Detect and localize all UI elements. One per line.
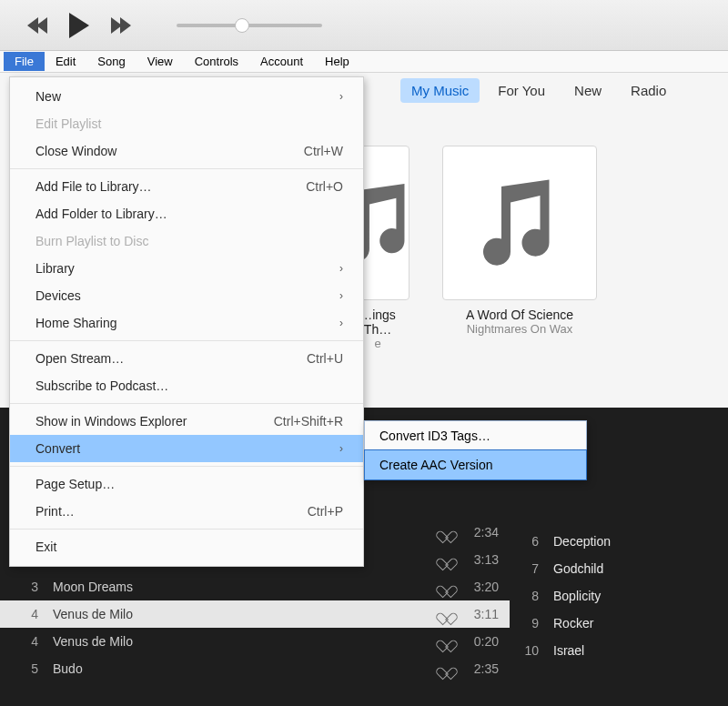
track-row[interactable]: 3Moon Dreams3:20	[0, 573, 510, 600]
track-title: Boplicity	[553, 589, 601, 603]
track-title: Venus de Milo	[53, 607, 424, 621]
menu-item-help[interactable]: Help	[314, 52, 360, 71]
track-index: 7	[519, 561, 539, 576]
file-menu-open-stream[interactable]: Open Stream…Ctrl+U	[10, 345, 363, 372]
heart-icon[interactable]	[439, 552, 455, 567]
progress-slider[interactable]	[177, 24, 322, 27]
track-duration: 0:20	[470, 634, 510, 649]
track-index: 8	[519, 589, 539, 603]
track-index: 4	[24, 607, 38, 621]
file-dropdown-menu: New›Edit PlaylistClose WindowCtrl+WAdd F…	[9, 76, 364, 567]
track-index: 10	[519, 643, 539, 658]
track-index: 4	[24, 634, 38, 649]
nav-tab-my-music[interactable]: My Music	[400, 78, 480, 103]
file-menu-add-folder-to-library[interactable]: Add Folder to Library…	[10, 200, 363, 227]
album-card[interactable]: A Word Of Science Nightmares On Wax	[442, 146, 597, 350]
track-title: Budo	[53, 661, 424, 676]
heart-icon[interactable]	[439, 525, 455, 540]
file-menu-library[interactable]: Library›	[10, 255, 363, 282]
album-artist: Nightmares On Wax	[442, 322, 597, 336]
nav-tab-for-you[interactable]: For You	[487, 78, 556, 103]
track-title: Rocker	[553, 616, 593, 630]
player-controls	[27, 13, 131, 38]
track-row[interactable]: 6Deception	[519, 528, 728, 555]
track-index: 9	[519, 616, 539, 630]
file-menu-close-window[interactable]: Close WindowCtrl+W	[10, 137, 363, 165]
track-row[interactable]: 9Rocker	[519, 610, 728, 637]
track-row[interactable]: 7Godchild	[519, 555, 728, 582]
track-row[interactable]: 5Budo2:35	[0, 655, 510, 682]
file-menu-subscribe-to-podcast[interactable]: Subscribe to Podcast…	[10, 372, 363, 399]
file-menu-convert[interactable]: Convert›	[10, 435, 363, 462]
track-index: 6	[519, 534, 539, 549]
file-menu-add-file-to-library[interactable]: Add File to Library…Ctrl+O	[10, 173, 363, 200]
album-art-icon	[442, 146, 597, 300]
menu-item-file[interactable]: File	[4, 52, 45, 71]
chevron-right-icon: ›	[339, 90, 343, 103]
nav-tabs: My MusicFor YouNewRadio	[400, 78, 677, 103]
menu-item-view[interactable]: View	[136, 52, 184, 71]
file-menu-edit-playlist: Edit Playlist	[10, 110, 363, 137]
track-duration: 3:13	[470, 552, 510, 567]
nav-tab-radio[interactable]: Radio	[620, 78, 677, 103]
album-row: …ings Th… e A Word Of Science Nightmares…	[346, 146, 597, 350]
track-title: Moon Dreams	[53, 580, 424, 594]
menu-item-account[interactable]: Account	[249, 52, 314, 71]
chevron-right-icon: ›	[339, 317, 343, 329]
forward-button[interactable]	[113, 17, 131, 34]
track-duration: 2:34	[470, 525, 510, 540]
menu-item-song[interactable]: Song	[86, 52, 136, 71]
player-bar	[0, 0, 728, 51]
track-title: Venus de Milo	[53, 634, 424, 649]
track-title: Deception	[553, 534, 611, 549]
chevron-right-icon: ›	[339, 262, 343, 275]
file-menu-page-setup[interactable]: Page Setup…	[10, 470, 363, 498]
track-row[interactable]: 8Boplicity	[519, 582, 728, 610]
track-row[interactable]: 4Venus de Milo3:11	[0, 600, 510, 628]
menu-bar: FileEditSongViewControlsAccountHelp	[0, 51, 728, 73]
chevron-right-icon: ›	[339, 442, 343, 455]
menu-item-edit[interactable]: Edit	[45, 52, 86, 71]
file-menu-burn-playlist-to-disc: Burn Playlist to Disc	[10, 227, 363, 255]
file-menu-new[interactable]: New›	[10, 83, 363, 110]
file-menu-show-in-windows-explorer[interactable]: Show in Windows ExplorerCtrl+Shift+R	[10, 408, 363, 435]
track-duration: 3:20	[470, 580, 510, 594]
track-duration: 3:11	[470, 607, 510, 621]
track-title: Israel	[553, 643, 584, 658]
file-menu-print[interactable]: Print…Ctrl+P	[10, 498, 363, 525]
heart-icon[interactable]	[439, 661, 455, 676]
nav-tab-new[interactable]: New	[563, 78, 612, 103]
play-button[interactable]	[69, 13, 89, 38]
track-row[interactable]: 10Israel	[519, 637, 728, 664]
file-menu-home-sharing[interactable]: Home Sharing›	[10, 309, 363, 337]
menu-item-controls[interactable]: Controls	[184, 52, 249, 71]
track-title: Godchild	[553, 561, 603, 576]
track-duration: 2:35	[470, 661, 510, 676]
submenu-convert-id-tags[interactable]: Convert ID3 Tags…	[365, 421, 586, 450]
track-row[interactable]: 4Venus de Milo0:20	[0, 628, 510, 655]
submenu-create-aac-version[interactable]: Create AAC Version	[364, 449, 587, 480]
file-menu-exit[interactable]: Exit	[10, 533, 363, 560]
file-menu-devices[interactable]: Devices›	[10, 282, 363, 309]
track-index: 3	[24, 580, 38, 594]
convert-submenu: Convert ID3 Tags…Create AAC Version	[364, 420, 587, 480]
heart-icon[interactable]	[439, 607, 455, 621]
album-title: A Word Of Science	[442, 308, 597, 322]
track-index: 5	[24, 661, 38, 676]
rewind-button[interactable]	[27, 17, 46, 34]
heart-icon[interactable]	[439, 580, 455, 594]
chevron-right-icon: ›	[339, 289, 343, 302]
heart-icon[interactable]	[439, 634, 455, 649]
